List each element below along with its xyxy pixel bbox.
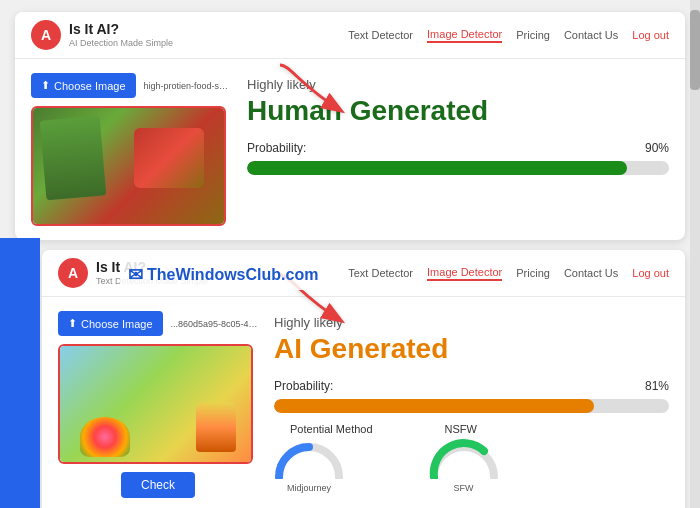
prob-value-1: 90% — [645, 141, 669, 155]
methods-section: Potential Method Midjourney NSFW — [274, 423, 669, 479]
choose-image-btn-1[interactable]: ⬆ Choose Image — [31, 73, 136, 98]
logo-subtitle-1: AI Detection Made Simple — [69, 38, 173, 49]
image-frame-2 — [58, 344, 253, 464]
nav-links-2: Text Detector Image Detector Pricing Con… — [348, 266, 669, 281]
logo-icon-1: A — [31, 20, 61, 50]
midjourney-label: Midjourney — [274, 483, 344, 493]
scrollbar-thumb[interactable] — [690, 10, 700, 90]
prob-row-2: Probability: 81% — [274, 379, 669, 393]
prob-row-1: Probability: 90% — [247, 141, 669, 155]
nav-contact-2[interactable]: Contact Us — [564, 267, 618, 279]
prob-label-2: Probability: — [274, 379, 333, 393]
nav-image-detector-1[interactable]: Image Detector — [427, 28, 502, 43]
method-column-1: Potential Method Midjourney — [274, 423, 389, 479]
nav-text-detector-1[interactable]: Text Detector — [348, 29, 413, 41]
logo-icon-2: A — [58, 258, 88, 288]
upload-icon-1: ⬆ — [41, 79, 50, 92]
scrollbar[interactable] — [690, 0, 700, 508]
watermark: ✉ TheWindowsClub.com — [120, 260, 326, 290]
card-body-2: ⬆ Choose Image ...860d5a95-8c05-4f34-976… — [42, 297, 685, 508]
method-column-2: NSFW SFW — [429, 423, 499, 479]
file-name-1: high-protien-food-served-on-a-plate.jpg — [144, 81, 231, 91]
navbar-1: A Is It AI? AI Detection Made Simple Tex… — [15, 12, 685, 59]
nav-logout-2[interactable]: Log out — [632, 267, 669, 279]
watermark-icon: ✉ — [128, 264, 143, 286]
gauge-midjourney: Midjourney — [274, 439, 344, 479]
gauge-sfw: SFW — [429, 439, 499, 479]
nav-pricing-1[interactable]: Pricing — [516, 29, 550, 41]
image-section-2: ⬆ Choose Image ...860d5a95-8c05-4f34-976… — [58, 311, 258, 506]
choose-file-row-2: ⬆ Choose Image ...860d5a95-8c05-4f34-976… — [58, 311, 258, 336]
red-arrow-1 — [270, 55, 360, 129]
sfw-label: SFW — [429, 483, 499, 493]
nav-logout-1[interactable]: Log out — [632, 29, 669, 41]
choose-file-row-1: ⬆ Choose Image high-protien-food-served-… — [31, 73, 231, 98]
result-section-2: Highly likely AI Generated Probability: … — [274, 311, 669, 506]
prob-value-2: 81% — [645, 379, 669, 393]
food-image-2 — [60, 346, 251, 462]
upload-icon-2: ⬆ — [68, 317, 77, 330]
nav-contact-1[interactable]: Contact Us — [564, 29, 618, 41]
choose-btn-label-2: Choose Image — [81, 318, 153, 330]
prob-label-1: Probability: — [247, 141, 306, 155]
choose-btn-label-1: Choose Image — [54, 80, 126, 92]
progress-fill-1 — [247, 161, 627, 175]
nav-image-detector-2[interactable]: Image Detector — [427, 266, 502, 281]
progress-bar-2 — [274, 399, 669, 413]
nav-links-1: Text Detector Image Detector Pricing Con… — [348, 28, 669, 43]
methods-header: Potential Method — [274, 423, 389, 439]
image-section-1: ⬆ Choose Image high-protien-food-served-… — [31, 73, 231, 226]
logo-text-1: Is It AI? AI Detection Made Simple — [69, 21, 173, 49]
blue-side-strip — [0, 238, 40, 508]
progress-fill-2 — [274, 399, 594, 413]
file-name-2: ...860d5a95-8c05-4f34-9767-b5239716c6a7.… — [171, 319, 258, 329]
nsfw-header: NSFW — [429, 423, 499, 439]
check-btn[interactable]: Check — [121, 472, 195, 498]
progress-bar-1 — [247, 161, 669, 175]
nav-pricing-2[interactable]: Pricing — [516, 267, 550, 279]
food-image-1 — [33, 108, 224, 224]
logo-title-1: Is It AI? — [69, 21, 173, 38]
choose-image-btn-2[interactable]: ⬆ Choose Image — [58, 311, 163, 336]
watermark-text: TheWindowsClub.com — [147, 266, 318, 284]
image-frame-1 — [31, 106, 226, 226]
